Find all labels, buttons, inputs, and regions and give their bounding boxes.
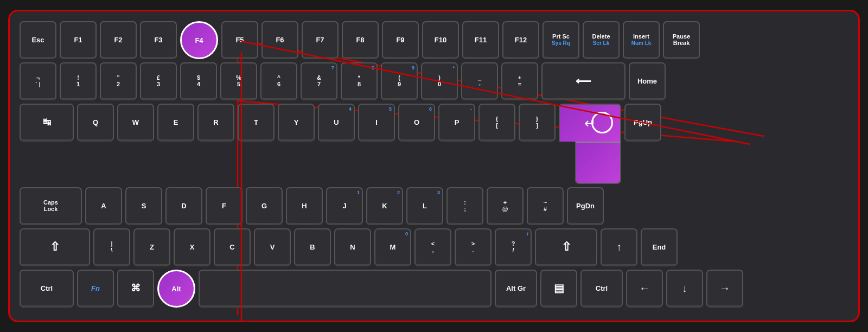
key-capslock[interactable]: Caps Lock — [20, 187, 82, 225]
key-delete[interactable]: Delete Scr Lk — [583, 21, 620, 59]
key-4[interactable]: $ 4 — [180, 62, 217, 100]
key-esc[interactable]: Esc — [20, 21, 56, 59]
key-menu[interactable]: ▤ — [540, 270, 577, 308]
key-b[interactable]: B — [294, 228, 331, 266]
key-pgup[interactable]: PgUp — [624, 104, 661, 142]
key-downarrow[interactable]: ↓ — [666, 270, 703, 308]
key-f5[interactable]: F5 — [221, 21, 258, 59]
key-pipe[interactable]: | \ — [93, 228, 130, 266]
key-e[interactable]: E — [157, 104, 194, 142]
key-8[interactable]: 8 * 8 — [341, 62, 378, 100]
key-leftarrow[interactable]: ← — [626, 270, 663, 308]
keyboard: Esc F1 F2 F3 F4 F5 F6 F7 F8 F9 F10 F11 F… — [8, 10, 860, 322]
function-row: Esc F1 F2 F3 F4 F5 F6 F7 F8 F9 F10 F11 F… — [20, 21, 848, 59]
key-k[interactable]: 2 K — [366, 187, 403, 225]
key-fn[interactable]: Fn — [77, 270, 114, 308]
key-comma[interactable]: < , — [414, 228, 451, 266]
key-rshift[interactable]: ⇧ — [535, 228, 597, 266]
key-f3[interactable]: F3 — [140, 21, 177, 59]
key-x[interactable]: X — [174, 228, 210, 266]
key-y[interactable]: Y — [278, 104, 315, 142]
key-3[interactable]: £ 3 — [140, 62, 177, 100]
key-p[interactable]: - P — [438, 104, 475, 142]
key-space[interactable] — [199, 270, 492, 308]
shift-row: ⇧ | \ Z X C V B N 0 M < , > . / ? / ⇧ — [20, 228, 848, 266]
key-slash[interactable]: / ? / — [495, 228, 532, 266]
key-j[interactable]: 1 J — [326, 187, 363, 225]
home-row: Caps Lock A S D F G H 1 J 2 K 3 L : ; + … — [20, 187, 848, 225]
key-2[interactable]: " 2 — [100, 62, 137, 100]
key-f2[interactable]: F2 — [100, 21, 137, 59]
number-row: ¬ ` | ! 1 " 2 £ 3 $ 4 % 5 ^ 6 7 & — [20, 62, 848, 100]
key-f[interactable]: F — [206, 187, 242, 225]
key-q[interactable]: Q — [77, 104, 114, 142]
key-v[interactable]: V — [254, 228, 291, 266]
key-backspace[interactable]: ⟵ — [541, 62, 626, 100]
key-f10[interactable]: F10 — [422, 21, 459, 59]
key-home[interactable]: Home — [629, 62, 666, 100]
key-win[interactable]: ⌘ — [117, 270, 154, 308]
key-m[interactable]: 0 M — [374, 228, 411, 266]
key-lalt[interactable]: Alt — [157, 270, 195, 308]
key-hash[interactable]: ~ # — [527, 187, 564, 225]
key-7[interactable]: 7 & 7 — [301, 62, 337, 100]
key-d[interactable]: D — [165, 187, 202, 225]
key-rightarrow[interactable]: → — [706, 270, 743, 308]
key-l[interactable]: 3 L — [406, 187, 443, 225]
key-altgr[interactable]: Alt Gr — [495, 270, 537, 308]
key-pgdn[interactable]: PgDn — [567, 187, 604, 225]
key-1[interactable]: ! 1 — [60, 62, 97, 100]
key-n[interactable]: N — [334, 228, 371, 266]
key-f8[interactable]: F8 — [342, 21, 379, 59]
key-enter[interactable]: ↵ — [559, 104, 621, 142]
key-f11[interactable]: F11 — [462, 21, 499, 59]
key-r[interactable]: R — [197, 104, 234, 142]
qwerty-row: ↹ Q W E R T Y 4 U 5 I 6 O - P { [ } ] — [20, 104, 848, 184]
key-minus[interactable]: _ - — [461, 62, 498, 100]
key-lshift[interactable]: ⇧ — [20, 228, 90, 266]
key-u[interactable]: 4 U — [318, 104, 355, 142]
key-f12[interactable]: F12 — [502, 21, 539, 59]
key-6[interactable]: ^ 6 — [260, 62, 297, 100]
key-f4[interactable]: F4 — [180, 21, 218, 59]
key-period[interactable]: > . — [455, 228, 492, 266]
key-t[interactable]: T — [238, 104, 275, 142]
key-h[interactable]: H — [286, 187, 323, 225]
key-c[interactable]: C — [214, 228, 251, 266]
key-9[interactable]: 9 ( 9 — [381, 62, 418, 100]
key-w[interactable]: W — [117, 104, 154, 142]
key-lctrl[interactable]: Ctrl — [20, 270, 74, 308]
key-pause[interactable]: Pause Break — [663, 21, 700, 59]
key-z[interactable]: Z — [133, 228, 170, 266]
key-tab[interactable]: ↹ — [20, 104, 74, 142]
key-backtick[interactable]: ¬ ` | — [20, 62, 56, 100]
key-end[interactable]: End — [641, 228, 678, 266]
key-enter-wrapper: ↵ — [559, 104, 621, 184]
key-f9[interactable]: F9 — [382, 21, 419, 59]
key-semicolon[interactable]: : ; — [446, 187, 483, 225]
bottom-row: Ctrl Fn ⌘ Alt Alt Gr ▤ Ctrl ← ↓ → — [20, 270, 848, 308]
key-quote[interactable]: + @ — [487, 187, 524, 225]
key-prtsc[interactable]: Prt Sc Sys Rq — [542, 21, 579, 59]
key-rbracket[interactable]: } ] — [519, 104, 556, 142]
key-a[interactable]: A — [85, 187, 122, 225]
key-enter-bottom[interactable] — [575, 142, 621, 184]
key-5[interactable]: % 5 — [220, 62, 257, 100]
key-uparrow[interactable]: ↑ — [601, 228, 637, 266]
key-equals[interactable]: + = — [501, 62, 538, 100]
key-insert[interactable]: Insert Num Lk — [623, 21, 660, 59]
key-o[interactable]: 6 O — [398, 104, 435, 142]
key-f6[interactable]: F6 — [261, 21, 298, 59]
key-s[interactable]: S — [125, 187, 162, 225]
key-f7[interactable]: F7 — [302, 21, 339, 59]
key-rctrl[interactable]: Ctrl — [580, 270, 623, 308]
key-f1[interactable]: F1 — [60, 21, 97, 59]
key-0[interactable]: * ) 0 — [421, 62, 458, 100]
key-i[interactable]: 5 I — [358, 104, 395, 142]
key-g[interactable]: G — [246, 187, 283, 225]
key-lbracket[interactable]: { [ — [478, 104, 515, 142]
